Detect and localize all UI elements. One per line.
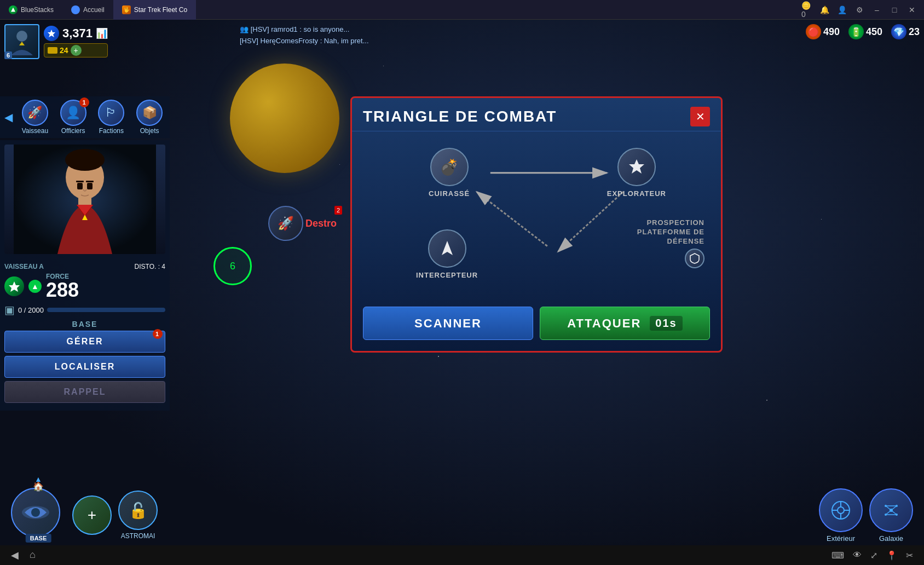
explorateur-label: EXPLORATEUR (607, 189, 666, 198)
scissors-icon[interactable]: ✂ (906, 550, 913, 561)
accueil-tab[interactable]: Accueil (62, 0, 113, 20)
ship-title-row: VAISSEAU A DISTO. : 4 (4, 263, 165, 270)
android-back-button[interactable]: ◀ (11, 549, 19, 561)
bluestacks-tab[interactable]: BlueStacks (0, 0, 62, 20)
tritanium-icon: 🔋 (848, 24, 864, 39)
close-button[interactable]: ✕ (906, 4, 917, 15)
svg-rect-9 (87, 183, 93, 189)
base-ship-icon (11, 488, 60, 537)
galaxy-button[interactable] (869, 488, 913, 532)
add-ship-button[interactable]: + (72, 495, 112, 535)
exterior-label: Extérieur (827, 534, 855, 543)
parsteel-icon: 🔴 (806, 24, 821, 39)
nav-officers-button[interactable]: 👤 1 Officiers (55, 100, 91, 135)
locate-button[interactable]: LOCALISER (4, 356, 165, 378)
bottom-bar: 🏠 ▲ BASE + 🔓 ASTROMAI (0, 485, 924, 545)
resources-bar: 🔴 490 🔋 450 💎 23 (806, 24, 920, 39)
nav-factions-button[interactable]: 🏳 Factions (94, 100, 130, 135)
player-avatar[interactable]: 6 (4, 24, 39, 59)
cuirasse-label: CUIRASSÉ (429, 189, 470, 198)
attack-button[interactable]: ATTAQUER 01s (540, 307, 710, 340)
intercepteur-label: INTERCEPTEUR (416, 271, 478, 279)
player-level: 6 (4, 51, 12, 59)
astromai-label: ASTROMAI (121, 532, 155, 540)
attack-label: ATTAQUER (567, 316, 641, 331)
gold-bar: 24 + (44, 43, 108, 57)
game-tab[interactable]: 🖖 Star Trek Fleet Co (113, 0, 196, 20)
rank-icon (44, 26, 59, 41)
dilithium-icon: 💎 (891, 24, 906, 39)
scanner-button[interactable]: SCANNER (363, 307, 533, 340)
nav-ship-button[interactable]: 🚀 Vaisseau (17, 100, 53, 135)
nav-items-button[interactable]: 📦 Objets (131, 100, 168, 135)
svg-rect-10 (76, 181, 84, 182)
resource-dilithium: 💎 23 (891, 24, 920, 39)
destroy-label: Destro (305, 218, 337, 229)
person-icon[interactable]: 👤 (836, 4, 847, 15)
location-icon[interactable]: 📍 (886, 550, 897, 561)
svg-point-0 (16, 31, 27, 42)
modal-body: 💣 CUIRASSÉ EXPLORATEUR (352, 131, 721, 307)
triangle-diagram: 💣 CUIRASSÉ EXPLORATEUR (363, 142, 710, 296)
galaxy-wrap: Galaxie (869, 488, 913, 543)
fullscreen-icon[interactable]: ⤢ (870, 550, 877, 561)
bluestacks-label: BlueStacks (21, 6, 54, 14)
top-hud: 6 3,371 📊 24 + (0, 20, 924, 96)
items-nav-icon: 📦 (136, 100, 163, 126)
keyboard-icon[interactable]: ⌨ (831, 550, 844, 561)
accueil-label: Accueil (83, 6, 105, 14)
factions-nav-label: Factions (99, 127, 124, 135)
astromai-button[interactable]: 🔓 (118, 491, 158, 530)
left-sidebar: ◀ 🚀 Vaisseau 👤 1 Officiers 🏳 Factions 📦 … (0, 96, 170, 411)
force-value: 288 (46, 280, 79, 300)
combat-triangle-modal[interactable]: TRIANGLE DE COMBAT ✕ (350, 96, 723, 353)
svg-point-23 (838, 507, 844, 514)
titlebar-controls: 🪙 0 🔔 👤 ⚙ – □ ✕ (801, 4, 924, 15)
manage-button[interactable]: GÉRER 1 (4, 331, 165, 353)
capacity-value: 0 / 2000 (18, 306, 44, 314)
chat-message-2: [HSV] HereComesFrosty : Nah, im pret... (240, 36, 701, 47)
prospection-label: PROSPECTION (646, 218, 704, 227)
notification-icon[interactable]: 🔔 (819, 4, 830, 15)
cargo-icon: ▣ (4, 303, 15, 316)
svg-marker-12 (9, 281, 20, 292)
android-nav-left: ◀ ⌂ (11, 549, 36, 561)
minimize-button[interactable]: – (871, 4, 882, 15)
add-gold-button[interactable]: + (71, 45, 82, 56)
force-icon (4, 276, 24, 296)
ship-icon[interactable]: 🚀 (268, 206, 303, 241)
resource-parsteel: 🔴 490 (806, 24, 840, 39)
exterior-button[interactable] (819, 488, 863, 532)
android-home-button[interactable]: ⌂ (30, 549, 36, 561)
explorateur-icon (617, 148, 656, 186)
settings-icon[interactable]: ⚙ (854, 4, 865, 15)
green-ring-object[interactable]: 6 (213, 247, 252, 285)
arrow-up-icon: ▲ (34, 475, 42, 483)
player-stats: 3,371 📊 24 + (44, 26, 108, 57)
svg-line-18 (477, 192, 547, 246)
eye-icon[interactable]: 👁 (853, 550, 862, 561)
chat-message-1: 👥 [HSV] ramrod1 : so is anyone... (240, 24, 701, 36)
side-labels: PROSPECTION PLATEFORME DE DÉFENSE (637, 218, 704, 268)
nav-back-arrow[interactable]: ◀ (2, 111, 15, 124)
items-nav-label: Objets (140, 127, 159, 135)
maximize-button[interactable]: □ (889, 4, 900, 15)
titlebar-tabs: BlueStacks Accueil 🖖 Star Trek Fleet Co (0, 0, 196, 20)
astromai-wrap: 🔓 ASTROMAI (118, 491, 158, 540)
modal-close-button[interactable]: ✕ (690, 107, 710, 126)
capacity-row: ▣ 0 / 2000 (4, 303, 165, 316)
chat-area: 👥 [HSV] ramrod1 : so is anyone... [HSV] … (235, 20, 705, 51)
svg-point-21 (31, 508, 40, 517)
android-taskbar: ◀ ⌂ ⌨ 👁 ⤢ 📍 ✂ (0, 545, 924, 565)
gold-icon (48, 47, 57, 54)
base-ship-slot[interactable]: 🏠 ▲ BASE (11, 488, 66, 543)
exterior-wrap: Extérieur (819, 488, 863, 543)
recall-button[interactable]: RAPPEL (4, 381, 165, 403)
svg-line-17 (558, 192, 623, 251)
intercepteur-icon (428, 229, 466, 268)
svg-marker-2 (48, 30, 55, 37)
resource-tritanium: 🔋 450 (848, 24, 882, 39)
svg-line-33 (886, 506, 891, 510)
player-info: 6 3,371 📊 24 + (0, 20, 112, 64)
ship-title: VAISSEAU A (4, 263, 44, 270)
